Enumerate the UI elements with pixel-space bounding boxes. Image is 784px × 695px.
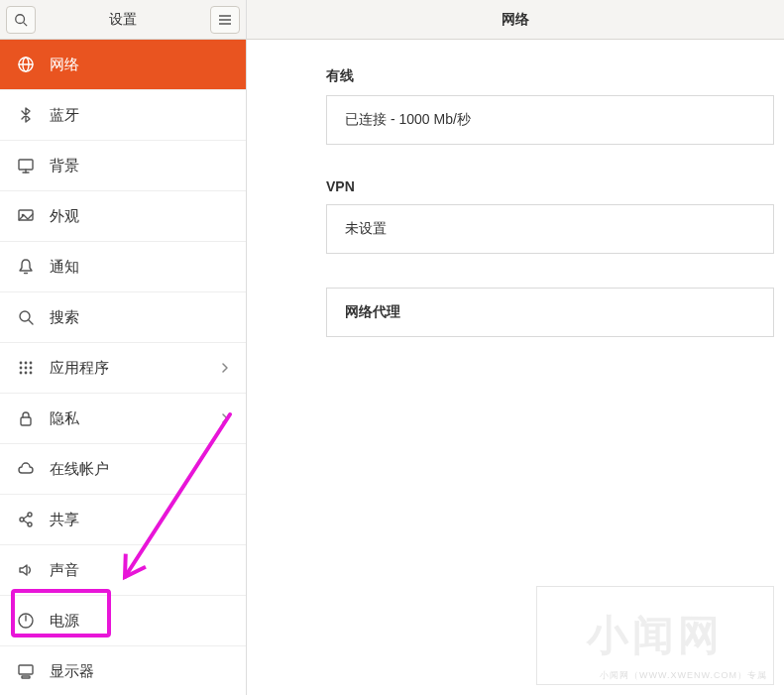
menu-button[interactable] bbox=[210, 6, 240, 34]
sidebar-item-appearance[interactable]: 外观 bbox=[0, 191, 246, 242]
display-icon bbox=[16, 661, 36, 681]
main-title: 网络 bbox=[247, 0, 784, 40]
svg-point-18 bbox=[30, 362, 33, 365]
power-icon bbox=[16, 611, 36, 631]
wired-title: 有线 bbox=[326, 67, 784, 85]
sidebar-item-label: 背景 bbox=[50, 157, 230, 175]
sidebar-item-label: 声音 bbox=[50, 561, 230, 580]
main-body: 有线 已连接 - 1000 Mb/秒 VPN 未设置 网络代理 小闻网 小闻网（… bbox=[247, 40, 784, 695]
watermark-footer: 小闻网（WWW.XWENW.COM）专属 bbox=[600, 669, 767, 682]
svg-line-29 bbox=[24, 516, 29, 519]
globe-icon bbox=[16, 55, 36, 74]
watermark: 小闻网 小闻网（WWW.XWENW.COM）专属 bbox=[536, 586, 774, 685]
sidebar-item-label: 显示器 bbox=[50, 662, 230, 681]
sidebar-item-label: 网络 bbox=[50, 56, 230, 74]
svg-line-1 bbox=[24, 22, 28, 26]
wired-section: 有线 已连接 - 1000 Mb/秒 bbox=[326, 67, 784, 145]
cloud-icon bbox=[16, 459, 36, 479]
sidebar-item-label: 通知 bbox=[50, 258, 230, 277]
main-panel: 网络 有线 已连接 - 1000 Mb/秒 VPN 未设置 网络代理 bbox=[247, 0, 784, 695]
svg-rect-25 bbox=[21, 417, 31, 425]
chevron-right-icon bbox=[220, 362, 230, 374]
sidebar-item-display[interactable]: 显示器 bbox=[0, 646, 246, 695]
sidebar-item-label: 隐私 bbox=[50, 409, 220, 428]
svg-point-14 bbox=[20, 311, 30, 321]
svg-point-24 bbox=[30, 372, 33, 375]
sidebar-item-apps[interactable]: 应用程序 bbox=[0, 343, 246, 394]
vpn-title: VPN bbox=[326, 178, 784, 194]
sidebar-item-search[interactable]: 搜索 bbox=[0, 292, 246, 343]
search-icon bbox=[16, 307, 36, 327]
svg-point-21 bbox=[30, 367, 33, 370]
sidebar-item-globe[interactable]: 网络 bbox=[0, 40, 246, 90]
svg-point-19 bbox=[20, 367, 23, 370]
sidebar-item-label: 电源 bbox=[50, 612, 230, 631]
sidebar-item-lock[interactable]: 隐私 bbox=[0, 394, 246, 444]
svg-line-30 bbox=[24, 521, 29, 523]
vpn-section: VPN 未设置 bbox=[326, 178, 784, 254]
svg-point-17 bbox=[25, 362, 28, 365]
settings-app: 设置 网络蓝牙背景外观通知搜索应用程序隐私在线帐户共享声音电源显示器 网络 有线… bbox=[0, 0, 784, 695]
sidebar-item-share[interactable]: 共享 bbox=[0, 495, 246, 545]
svg-point-23 bbox=[25, 372, 28, 375]
watermark-text: 小闻网 bbox=[587, 608, 724, 663]
vpn-status-row[interactable]: 未设置 bbox=[326, 204, 774, 254]
hamburger-icon bbox=[218, 14, 232, 26]
proxy-section: 网络代理 bbox=[326, 288, 784, 337]
chevron-right-icon bbox=[220, 412, 230, 424]
wired-status-text: 已连接 - 1000 Mb/秒 bbox=[345, 111, 471, 127]
sidebar-item-bell[interactable]: 通知 bbox=[0, 242, 246, 292]
sidebar-list: 网络蓝牙背景外观通知搜索应用程序隐私在线帐户共享声音电源显示器 bbox=[0, 40, 246, 695]
sidebar: 设置 网络蓝牙背景外观通知搜索应用程序隐私在线帐户共享声音电源显示器 bbox=[0, 0, 247, 695]
sidebar-item-label: 外观 bbox=[50, 207, 230, 226]
svg-point-20 bbox=[25, 367, 28, 370]
sidebar-item-desktop[interactable]: 背景 bbox=[0, 141, 246, 191]
sidebar-title: 设置 bbox=[36, 11, 210, 29]
proxy-row[interactable]: 网络代理 bbox=[326, 288, 774, 337]
sidebar-item-label: 共享 bbox=[50, 511, 230, 529]
sidebar-item-power[interactable]: 电源 bbox=[0, 596, 246, 646]
apps-icon bbox=[16, 358, 36, 378]
share-icon bbox=[16, 510, 36, 529]
sidebar-item-label: 在线帐户 bbox=[50, 460, 230, 479]
bluetooth-icon bbox=[16, 105, 36, 125]
sidebar-item-label: 应用程序 bbox=[50, 359, 220, 378]
lock-icon bbox=[16, 408, 36, 428]
sidebar-item-cloud[interactable]: 在线帐户 bbox=[0, 444, 246, 495]
wired-status-row[interactable]: 已连接 - 1000 Mb/秒 bbox=[326, 95, 774, 145]
svg-rect-8 bbox=[19, 160, 33, 170]
svg-point-16 bbox=[20, 362, 23, 365]
svg-point-0 bbox=[16, 14, 25, 23]
search-button[interactable] bbox=[6, 6, 36, 34]
sidebar-header: 设置 bbox=[0, 0, 246, 40]
sidebar-item-label: 蓝牙 bbox=[50, 106, 230, 125]
appearance-icon bbox=[16, 206, 36, 226]
vpn-status-text: 未设置 bbox=[345, 220, 387, 236]
desktop-icon bbox=[16, 156, 36, 175]
search-icon bbox=[14, 13, 28, 27]
bell-icon bbox=[16, 257, 36, 277]
svg-point-22 bbox=[20, 372, 23, 375]
sound-icon bbox=[16, 560, 36, 580]
sidebar-item-sound[interactable]: 声音 bbox=[0, 545, 246, 596]
svg-rect-33 bbox=[19, 665, 33, 674]
svg-line-15 bbox=[29, 320, 33, 324]
svg-rect-34 bbox=[22, 676, 30, 678]
proxy-title-text: 网络代理 bbox=[345, 303, 400, 319]
sidebar-item-label: 搜索 bbox=[50, 308, 230, 327]
sidebar-item-bluetooth[interactable]: 蓝牙 bbox=[0, 90, 246, 141]
